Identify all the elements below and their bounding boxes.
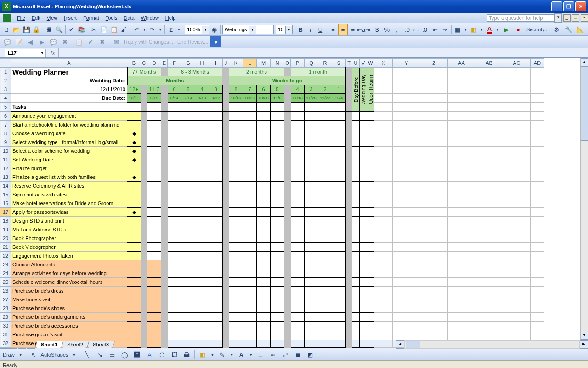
day-before-label[interactable]: Day Before	[352, 68, 360, 112]
shadow-icon[interactable]: ◼	[292, 349, 303, 360]
hscroll-thumb[interactable]	[406, 341, 420, 348]
col-header-O[interactable]: O	[284, 59, 291, 68]
scroll-down-button[interactable]: ▼	[581, 332, 588, 340]
row-header-27[interactable]: 27	[0, 295, 11, 304]
row-header-15[interactable]: 15	[0, 190, 11, 199]
clipart-icon[interactable]: 🖼	[169, 349, 180, 360]
row-header-23[interactable]: 23	[0, 260, 11, 269]
row-header-29[interactable]: 29	[0, 313, 11, 322]
task-marker[interactable]	[127, 304, 141, 313]
task-cell[interactable]: Purchase bride's shoes	[11, 304, 127, 313]
col-header-A[interactable]: A	[11, 59, 127, 68]
task-cell[interactable]: Select a color scheme for wedding	[11, 147, 127, 155]
task-marker[interactable]	[127, 190, 141, 199]
row-header-19[interactable]: 19	[0, 225, 11, 234]
task-cell[interactable]: Purchase bride's undergarments	[11, 313, 127, 322]
row-header-21[interactable]: 21	[0, 243, 11, 252]
oval-icon[interactable]: ◯	[119, 349, 130, 360]
col-header-AC[interactable]: AC	[503, 59, 531, 68]
col-header-I[interactable]: I	[209, 59, 223, 68]
dec-indent-icon[interactable]: ⇤	[430, 24, 440, 35]
task-cell[interactable]: Book Videographer	[11, 243, 127, 252]
task-cell[interactable]: Reserve Ceremony & AHR sites	[11, 182, 127, 190]
paste-icon[interactable]: 📋	[109, 24, 119, 35]
row-header-14[interactable]: 14	[0, 182, 11, 190]
col-header-G[interactable]: G	[181, 59, 195, 68]
merge-icon[interactable]: ⇤a⇥	[358, 24, 369, 35]
formula-input[interactable]	[58, 48, 588, 58]
row-header-3[interactable]: 3	[0, 85, 11, 94]
col-header-Y[interactable]: Y	[393, 59, 420, 68]
col-header-D[interactable]: D	[147, 59, 161, 68]
bold-icon[interactable]: B	[296, 24, 305, 35]
menu-window[interactable]: Window	[138, 14, 162, 22]
zoom-combo[interactable]: 100%▼	[185, 25, 209, 34]
controls-icon[interactable]: 🔧	[563, 24, 574, 35]
task-marker[interactable]: ◆	[127, 147, 141, 155]
task-cell[interactable]: Make hotel reservations for Bride and Gr…	[11, 199, 127, 208]
line-color-icon[interactable]: ✎	[216, 349, 227, 360]
font-color-icon[interactable]: A	[485, 24, 494, 35]
toolbar-options-icon[interactable]: ▾	[210, 36, 221, 47]
format-painter-icon[interactable]: 🖌	[119, 24, 129, 35]
borders-icon[interactable]: ▦	[453, 24, 463, 35]
help-icon[interactable]: ◉	[209, 24, 219, 35]
prev-comment-icon[interactable]: ◀	[25, 36, 36, 47]
design-icon[interactable]: 📐	[575, 24, 586, 35]
row-header-9[interactable]: 9	[0, 138, 11, 147]
task-marker[interactable]	[127, 269, 141, 278]
record-macro-icon[interactable]: ●	[513, 24, 524, 35]
row-header-12[interactable]: 12	[0, 164, 11, 173]
col-header-F[interactable]: F	[168, 59, 181, 68]
row-header-20[interactable]: 20	[0, 234, 11, 243]
close-button[interactable]: ✕	[575, 1, 586, 12]
task-cell[interactable]: Sign contracts with sites	[11, 190, 127, 199]
col-header-H[interactable]: H	[195, 59, 209, 68]
row-header-2[interactable]: 2	[0, 76, 11, 85]
name-box[interactable]: L17▼	[5, 49, 46, 58]
next-comment-icon[interactable]: ▶	[36, 36, 47, 47]
print-icon[interactable]: 🖶	[44, 24, 54, 35]
task-marker[interactable]	[127, 322, 141, 330]
spell-icon[interactable]: ✔	[67, 24, 76, 35]
fontsize-combo[interactable]: 10▼	[276, 25, 293, 34]
align-left-icon[interactable]: ≡	[328, 24, 338, 35]
col-header-K[interactable]: K	[229, 59, 243, 68]
task-cell[interactable]: Select wedding type - formal/informal, b…	[11, 138, 127, 147]
open-icon[interactable]: 📂	[12, 24, 22, 35]
task-marker[interactable]: ◆	[127, 173, 141, 182]
underline-icon[interactable]: U	[316, 24, 325, 35]
menu-insert[interactable]: Insert	[61, 14, 80, 22]
scroll-thumb[interactable]	[581, 66, 588, 141]
task-marker[interactable]	[127, 295, 141, 304]
row-header-10[interactable]: 10	[0, 147, 11, 155]
task-cell[interactable]: Start a notebook/file folder for wedding…	[11, 121, 127, 129]
task-marker[interactable]	[127, 339, 141, 348]
hscroll-right-button[interactable]: ▶	[580, 340, 588, 349]
select-objects-icon[interactable]: ↖	[28, 349, 40, 360]
autosum-icon[interactable]: Σ	[166, 24, 176, 35]
col-header-J[interactable]: J	[223, 59, 229, 68]
copy-icon[interactable]: 📄	[99, 24, 109, 35]
accept-icon[interactable]: ✔	[85, 36, 96, 47]
col-header-AB[interactable]: AB	[475, 59, 503, 68]
arrow-style-icon[interactable]: ⇄	[280, 349, 291, 360]
doc-restore[interactable]: ❐	[572, 14, 579, 22]
menu-tools[interactable]: Tools	[102, 14, 121, 22]
row-header-30[interactable]: 30	[0, 322, 11, 330]
task-marker[interactable]	[127, 164, 141, 173]
task-marker[interactable]	[127, 243, 141, 252]
group-7plus[interactable]: 7+ Months	[127, 68, 161, 76]
task-marker[interactable]: ◆	[127, 129, 141, 138]
line-icon[interactable]: ╲	[82, 349, 93, 360]
vertical-scrollbar[interactable]: ▲ ▼	[580, 58, 588, 340]
delete-comment-icon[interactable]: ✖	[59, 36, 70, 47]
active-cell[interactable]	[243, 208, 257, 217]
task-cell[interactable]: Choose Attendents	[11, 260, 127, 269]
diagram-icon[interactable]: ⬡	[156, 349, 167, 360]
wedding-date-label[interactable]: Wedding Date:	[11, 76, 127, 85]
title-cell[interactable]: Wedding Planner	[11, 68, 127, 76]
col-header-C[interactable]: C	[141, 59, 147, 68]
task-marker[interactable]	[127, 287, 141, 295]
track-icon[interactable]: 📋	[74, 36, 85, 47]
